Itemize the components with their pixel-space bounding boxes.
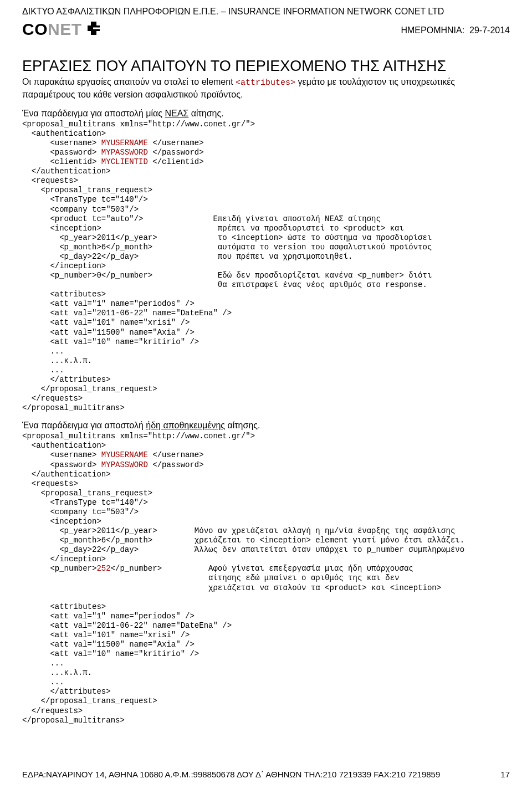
page-title: ΕΡΓΑΣΙΕΣ ΠΟΥ ΑΠΑΙΤΟΥΝ ΤΟ ΠΕΡΙΕΧΟΜΕΝΟ ΤΗΣ… <box>22 58 510 75</box>
example1-codeblock: <proposal_multitrans xmlns="http://www.c… <box>22 120 510 413</box>
example2-label-pre: Ένα παράδειγμα για αποστολή <box>22 421 146 430</box>
date-label: ΗΜΕΡΟΜΗΝΙΑ: <box>401 25 464 35</box>
footer-address: ΕΔΡΑ:ΝΑΥΑΡΙΝΟΥ 14, ΑΘΗΝΑ 10680 Α.Φ.Μ.:99… <box>22 770 440 779</box>
date-line: ΗΜΕΡΟΜΗΝΙΑ: 29-7-2014 <box>401 25 510 35</box>
logo-part2: NET <box>48 20 82 39</box>
intro-code: <attributes> <box>236 78 295 88</box>
example2-label-u: ήδη αποθηκευμένης <box>146 421 225 430</box>
date-value: 29-7-2014 <box>469 25 510 35</box>
logo: CONET <box>22 20 102 39</box>
example2-label-post: αίτησης. <box>225 421 260 430</box>
example1-label-pre: Ένα παράδειγμα για αποστολή μίας <box>22 109 165 118</box>
footer-page-number: 17 <box>500 770 510 779</box>
logo-part1: CO <box>22 20 48 39</box>
example2-label: Ένα παράδειγμα για αποστολή ήδη αποθηκευ… <box>22 421 510 431</box>
example1-label-u: ΝΕΑΣ <box>165 109 188 118</box>
example1-label-post: αίτησης. <box>188 109 223 118</box>
cross-glyph-icon <box>85 20 102 39</box>
org-header: ΔΙΚΤΥΟ ΑΣΦΑΛΙΣΤΙΚΩΝ ΠΛΗΡΟΦΟΡΙΩΝ Ε.Π.Ε. –… <box>22 7 510 17</box>
example2-codeblock: <proposal_multitrans xmlns="http://www.c… <box>22 432 510 725</box>
intro-pre: Οι παρακάτω εργασίες απαιτούν να σταλεί … <box>22 77 236 86</box>
intro-paragraph: Οι παρακάτω εργασίες απαιτούν να σταλεί … <box>22 76 510 101</box>
example1-label: Ένα παράδειγμα για αποστολή μίας ΝΕΑΣ αί… <box>22 109 510 119</box>
